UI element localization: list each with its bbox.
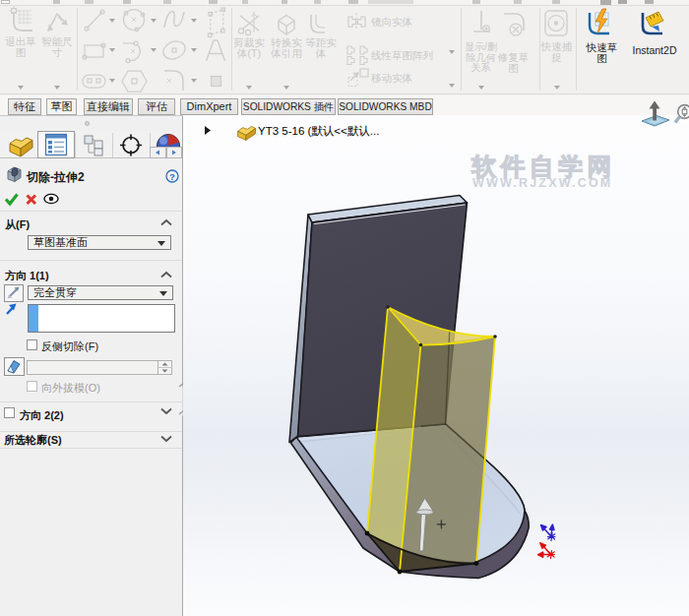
svg-text:?: ? [169, 171, 175, 182]
